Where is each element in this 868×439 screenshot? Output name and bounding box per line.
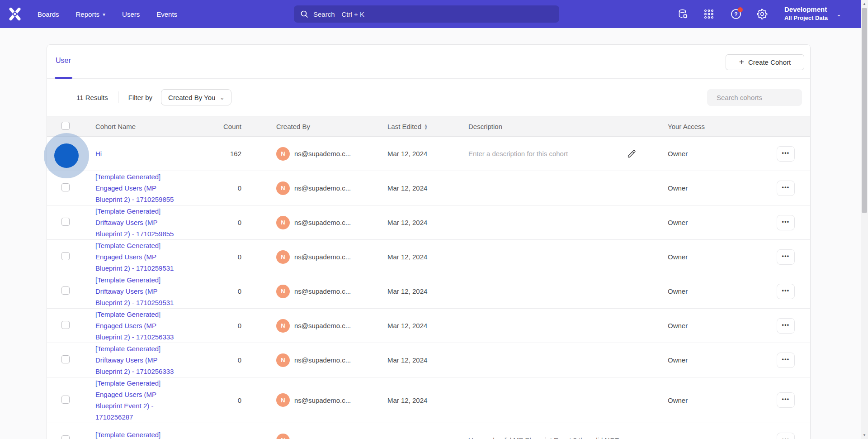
last-edited-text: Mar 12, 2024	[387, 287, 468, 295]
table-row: [Template Generated]Driftaway Users (MPB…	[47, 343, 810, 377]
data-management-icon[interactable]	[678, 9, 689, 19]
search-placeholder: Search	[313, 10, 335, 18]
ellipsis-icon: •••	[782, 287, 789, 294]
sort-icon[interactable]: ∧∨	[425, 124, 427, 130]
select-all-checkbox[interactable]	[61, 122, 70, 130]
cohort-name-link[interactable]: [Template Generated]Driftaway Users (MPB…	[95, 274, 192, 308]
ellipsis-icon: •••	[782, 184, 789, 191]
apps-grid-icon[interactable]	[703, 9, 714, 19]
cohort-name-link[interactable]: Hi	[95, 148, 192, 159]
cohort-count: 0	[192, 356, 241, 364]
row-more-button[interactable]: •••	[777, 353, 795, 368]
nav-item-reports[interactable]: Reports ▾	[76, 10, 106, 18]
row-checkbox[interactable]	[61, 252, 70, 260]
created-by-dropdown[interactable]: Created By You ⌄	[161, 89, 231, 105]
ellipsis-icon: •••	[782, 253, 789, 259]
settings-gear-icon[interactable]	[757, 9, 768, 19]
table-row: [Template Generated]Driftaway Users (MP …	[47, 423, 810, 439]
chevron-down-icon[interactable]: ⌄	[836, 11, 841, 18]
row-more-button[interactable]: •••	[777, 249, 795, 265]
mixpanel-logo-icon[interactable]	[8, 7, 22, 21]
row-more-button[interactable]: •••	[777, 215, 795, 230]
create-cohort-button[interactable]: + Create Cohort	[726, 54, 804, 70]
row-more-button[interactable]: •••	[777, 284, 795, 299]
row-checkbox[interactable]	[61, 218, 70, 226]
cohort-name-link[interactable]: [Template Generated]Driftaway Users (MPB…	[95, 205, 192, 239]
table-row: Hi 162 N ns@supademo.c... Mar 12, 2024 E…	[47, 137, 810, 171]
last-edited-text: Mar 12, 2024	[387, 253, 468, 261]
ellipsis-icon: •••	[782, 356, 789, 363]
search-cohorts-box	[707, 89, 802, 106]
filter-bar: 11 Results Filter by Created By You ⌄	[47, 79, 810, 116]
scroll-up-arrow[interactable]: ▲	[861, 2, 868, 6]
last-edited-text: Mar 12, 2024	[387, 184, 468, 192]
nav-item-label: Boards	[38, 10, 59, 18]
row-checkbox[interactable]	[61, 435, 70, 439]
row-more-button[interactable]: •••	[777, 146, 795, 162]
page-scrollbar[interactable]: ▲ ▼	[861, 0, 868, 439]
row-more-button[interactable]: •••	[777, 392, 795, 408]
access-text: Owner	[668, 150, 777, 157]
cohort-name-link[interactable]: [Template Generated]Engaged Users (MPBlu…	[95, 171, 192, 205]
row-checkbox[interactable]	[61, 355, 70, 363]
created-by-text: ns@supademo.c...	[294, 150, 351, 157]
avatar: N	[276, 181, 290, 195]
create-cohort-label: Create Cohort	[748, 58, 791, 66]
nav-item-users[interactable]: Users	[122, 10, 140, 18]
project-switcher[interactable]: Development All Project Data	[784, 5, 828, 22]
search-cohorts-input[interactable]	[717, 94, 807, 101]
ellipsis-icon: •••	[782, 150, 789, 156]
nav-item-label: Events	[156, 10, 177, 18]
row-checkbox[interactable]	[61, 183, 70, 191]
tab-user[interactable]: User	[56, 57, 71, 65]
cohort-count: 0	[192, 396, 241, 404]
cohort-name-link[interactable]: [Template Generated]Engaged Users (MPBlu…	[95, 377, 192, 423]
cohort-name-link[interactable]: [Template Generated]Driftaway Users (MPB…	[95, 343, 192, 377]
access-text: Owner	[668, 219, 777, 226]
header-last-edited-label: Last Edited	[387, 123, 421, 130]
description-text[interactable]: Enter a description for this cohort	[468, 150, 568, 157]
row-more-button[interactable]: •••	[777, 433, 795, 439]
created-by-text: ns@supademo.c...	[294, 287, 351, 295]
row-more-button[interactable]: •••	[777, 318, 795, 334]
table-row: [Template Generated]Engaged Users (MPBlu…	[47, 171, 810, 205]
access-text: Owner	[668, 356, 777, 364]
created-by-text: ns@supademo.c...	[294, 184, 351, 192]
row-checkbox[interactable]	[61, 286, 70, 295]
description-text[interactable]: Users who did MP Blueprint Event 2 then …	[468, 436, 619, 439]
header-last-edited[interactable]: Last Edited∧∨	[387, 123, 468, 130]
header-description[interactable]: Description	[468, 123, 668, 130]
row-checkbox[interactable]	[61, 149, 70, 157]
nav-item-events[interactable]: Events	[156, 10, 177, 18]
scroll-down-arrow[interactable]: ▼	[861, 433, 868, 437]
ellipsis-icon: •••	[782, 219, 789, 225]
cohorts-card: User + Create Cohort 11 Results Filter b…	[47, 44, 811, 439]
cohort-count: 0	[192, 253, 241, 261]
pencil-icon[interactable]	[627, 149, 637, 159]
row-more-button[interactable]: •••	[777, 181, 795, 196]
row-checkbox[interactable]	[61, 396, 70, 404]
header-cohort-name[interactable]: Cohort Name	[95, 123, 192, 130]
chevron-down-icon: ⌄	[220, 95, 224, 101]
row-checkbox[interactable]	[61, 321, 70, 329]
nav-item-boards[interactable]: Boards	[38, 10, 59, 18]
last-edited-text: Mar 12, 2024	[387, 150, 468, 157]
nav-item-label: Reports	[76, 10, 100, 18]
created-by-text: ns@supademo.c...	[294, 219, 351, 226]
tab-strip: User + Create Cohort	[47, 45, 810, 79]
cohort-name-link[interactable]: [Template Generated]Engaged Users (MPBlu…	[95, 240, 192, 274]
access-text: Owner	[668, 287, 777, 295]
search-icon	[300, 10, 308, 18]
global-search-input[interactable]: Search Ctrl + K	[294, 5, 559, 23]
created-by-text: ns@supademo.c...	[294, 322, 351, 329]
header-count[interactable]: Count	[192, 123, 241, 130]
cohort-name-link[interactable]: [Template Generated]Engaged Users (MPBlu…	[95, 309, 192, 343]
header-created-by[interactable]: Created By	[241, 123, 387, 130]
nav-items: Boards Reports ▾ Users Events	[38, 0, 177, 28]
svg-text:?: ?	[734, 11, 737, 18]
header-your-access[interactable]: Your Access	[668, 123, 777, 130]
help-icon[interactable]: ?	[731, 9, 741, 19]
scrollbar-thumb[interactable]	[862, 8, 867, 213]
table-row: [Template Generated]Engaged Users (MPBlu…	[47, 309, 810, 343]
cohort-name-link[interactable]: [Template Generated]Driftaway Users (MP	[95, 429, 192, 439]
